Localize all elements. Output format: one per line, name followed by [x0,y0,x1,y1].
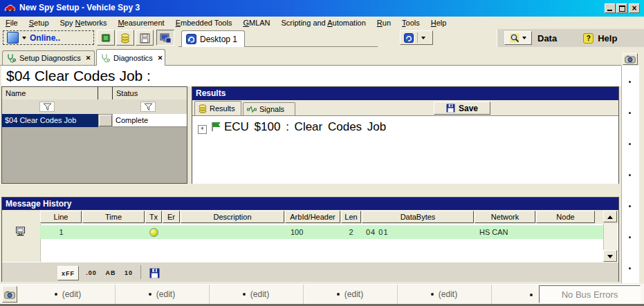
camera-icon [625,55,636,64]
menu-run[interactable]: Run [371,17,396,29]
help-button[interactable]: Help [598,33,617,44]
col-len[interactable]: Len [341,211,361,223]
tab-results[interactable]: Results [194,101,241,115]
mh-scrollbar-track[interactable] [603,224,618,262]
status-edit-panel[interactable]: (edit) [115,285,210,304]
col-line[interactable]: Line [40,211,82,223]
scroll-up-icon [607,216,613,219]
column-header-status[interactable]: Status [113,87,187,99]
save-setup-button[interactable] [136,30,154,46]
mh-body: 1 100 2 04 01 HS CAN [2,224,618,262]
job-row[interactable]: $04 Clear Codes Job Complete [2,114,187,127]
dock-dot [629,174,631,176]
job-detail-button[interactable] [99,115,112,126]
menu-measurement[interactable]: Measurement [112,17,169,29]
close-button[interactable]: × [629,3,640,13]
capture-dock-button[interactable] [623,53,638,65]
tab-close-icon[interactable]: ✕ [86,55,91,61]
col-arbid[interactable]: ArbId/Header [285,211,340,223]
menu-bar: File Setup Spy Networks Measurement Embe… [0,17,644,29]
save-label: Save [459,104,478,113]
status-edit-panel[interactable]: (edit) [397,285,492,304]
computer-icon [15,227,26,236]
status-bullet-icon [431,293,434,296]
menu-setup[interactable]: Setup [24,17,55,29]
job-name-cell[interactable]: $04 Clear Codes Job [2,114,98,127]
menu-help[interactable]: Help [425,17,452,29]
format-ascii-button[interactable]: AB [102,266,119,280]
tab-close-icon[interactable]: ✕ [158,55,163,61]
column-header-name[interactable]: Name [2,87,98,99]
app-car-icon [4,3,15,14]
message-history-panel: Message History Line Time Tx Er Descript… [1,197,619,282]
data-view-dropdown-icon[interactable] [522,37,526,39]
col-tx[interactable]: Tx [145,211,162,223]
new-desktop-dropdown-icon[interactable] [421,37,425,39]
status-edit-label: (edit) [344,289,363,299]
format-binary-button[interactable]: 10 [120,266,137,280]
menu-file[interactable]: File [0,17,24,29]
stethoscope-icon [6,53,16,63]
results-content: + ECU $100 : Clear Codes Job [192,115,618,184]
filter-funnel-icon [144,103,153,111]
col-description[interactable]: Description [181,211,284,223]
filter-status-button[interactable] [140,102,156,112]
online-button[interactable]: Online.. [3,30,94,45]
col-network[interactable]: Network [475,211,535,223]
dock-dot [629,236,631,238]
cell-arbid: 100 [285,225,346,239]
status-capture-button[interactable] [2,286,17,303]
tab-label: Setup Diagnostics [19,54,81,62]
database-icon [199,104,207,113]
format-decimal-button[interactable]: .00 [82,266,100,280]
mh-format-toolbar: xFF .00 AB 10 [2,262,618,282]
online-dropdown-icon[interactable] [22,37,26,39]
dock-dot [629,143,631,145]
status-bullet-icon [243,293,246,296]
message-row[interactable]: 1 100 2 04 01 HS CAN [40,225,603,239]
desktop-small-icon [404,33,414,43]
filter-name-button[interactable] [39,102,55,112]
green-flag-icon [210,121,221,133]
desktop-tab[interactable]: Desktop 1 [181,30,245,47]
status-bullet-icon [337,293,340,296]
new-desktop-button[interactable] [400,30,433,45]
tree-expand-box[interactable]: + [198,125,207,134]
dock-strip [621,66,639,283]
menu-scripting-automation[interactable]: Scripting and Automation [276,17,371,29]
status-edit-panel[interactable]: (edit) [303,285,398,304]
tab-diagnostics[interactable]: Diagnostics ✕ [96,49,165,66]
mh-scroll-up-button[interactable] [603,211,617,222]
ecu-tree-item[interactable]: ECU $100 : Clear Codes Job [224,120,386,134]
tab-signals[interactable]: Signals [243,102,295,115]
col-time[interactable]: Time [82,211,145,223]
menu-spy-networks[interactable]: Spy Networks [55,17,113,29]
status-bar: (edit) (edit) (edit) (edit) (edit) No Bu… [0,284,644,305]
col-databytes[interactable]: DataBytes [362,211,474,223]
menu-tools[interactable]: Tools [396,17,425,29]
save-results-button[interactable]: Save [434,102,490,115]
maximize-button[interactable] [616,3,627,13]
scroll-down-icon [607,255,613,258]
data-storage-button[interactable] [116,30,134,46]
format-hex-button[interactable]: xFF [57,266,79,280]
status-bullet-icon [149,293,151,296]
status-edit-panel[interactable]: (edit) [209,285,304,304]
online-label: Online.. [30,33,60,43]
col-er[interactable]: Er [163,211,180,223]
col-node[interactable]: Node [536,211,595,223]
tx-yellow-dot-icon [149,228,158,237]
menu-gmlan[interactable]: GMLAN [237,17,275,29]
data-view-button[interactable] [504,31,532,45]
toolbar-right-panel: Data ? Help [497,29,644,47]
save-history-button[interactable] [146,265,163,280]
status-edit-panel[interactable]: (edit) [21,285,116,304]
menu-embedded-tools[interactable]: Embedded Tools [170,17,238,29]
capture-button[interactable] [156,30,174,46]
tab-setup-diagnostics[interactable]: Setup Diagnostics ✕ [2,50,95,65]
monitor-save-icon [160,33,172,44]
minimize-button[interactable] [605,3,616,13]
mh-scroll-down-button[interactable] [603,250,617,262]
maximize-icon [619,6,625,12]
ecu-button[interactable] [97,30,115,46]
